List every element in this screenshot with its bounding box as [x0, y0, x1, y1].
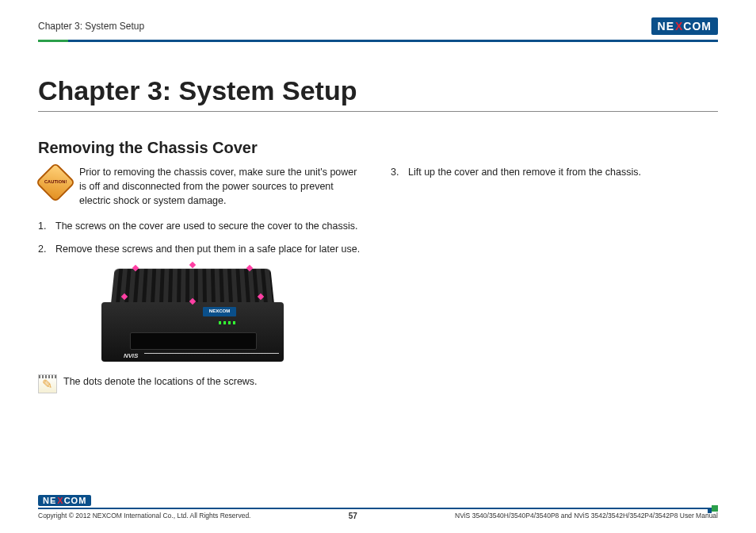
logo-part-x: X	[57, 496, 63, 505]
caution-label: CAUTION!	[44, 179, 67, 186]
header-rule	[38, 40, 718, 42]
step-1: 1. The screws on the cover are used to s…	[38, 219, 365, 233]
logo-part-left: NE	[43, 496, 56, 505]
logo-part-right: COM	[683, 20, 712, 33]
footer-copyright: Copyright © 2012 NEXCOM International Co…	[38, 512, 250, 520]
logo-part-x: X	[675, 20, 682, 33]
brand-logo: NE X COM	[651, 17, 718, 35]
caution-text: Prior to removing the chassis cover, mak…	[79, 165, 365, 208]
step-text: The screws on the cover are used to secu…	[55, 219, 357, 233]
note-icon	[38, 374, 57, 393]
step-text: Lift up the cover and then remove it fro…	[408, 165, 641, 179]
left-column: CAUTION! Prior to removing the chassis c…	[38, 165, 365, 393]
caution-icon: CAUTION!	[36, 163, 76, 203]
footer-manual-title: NViS 3540/3540H/3540P4/3540P8 and NViS 3…	[455, 512, 718, 520]
logo-part-right: COM	[64, 496, 87, 505]
footer-logo: NE X COM	[38, 495, 91, 506]
step-2: 2. Remove these screws and then put them…	[38, 242, 365, 256]
right-column: 3. Lift up the cover and then remove it …	[391, 165, 718, 393]
step-number: 1.	[38, 219, 49, 233]
header-chapter-tag: Chapter 3: System Setup	[38, 21, 144, 32]
device-brand-label: NEXCOM	[203, 307, 236, 316]
step-number: 2.	[38, 242, 49, 256]
note-text: The dots denote the locations of the scr…	[63, 374, 258, 389]
logo-part-left: NE	[658, 20, 674, 33]
step-text: Remove these screws and then put them in…	[55, 242, 360, 256]
step-3: 3. Lift up the cover and then remove it …	[391, 165, 718, 179]
page-title: Chapter 3: System Setup	[38, 75, 718, 106]
step-number: 3.	[391, 165, 402, 179]
section-title: Removing the Chassis Cover	[38, 139, 718, 157]
title-rule	[38, 111, 718, 112]
device-figure: NEXCOM NViS	[101, 264, 284, 363]
footer-page-number: 57	[349, 512, 357, 520]
footer-rule	[38, 508, 718, 509]
screw-marker-icon	[189, 261, 196, 267]
device-model-label: NViS	[124, 351, 138, 361]
